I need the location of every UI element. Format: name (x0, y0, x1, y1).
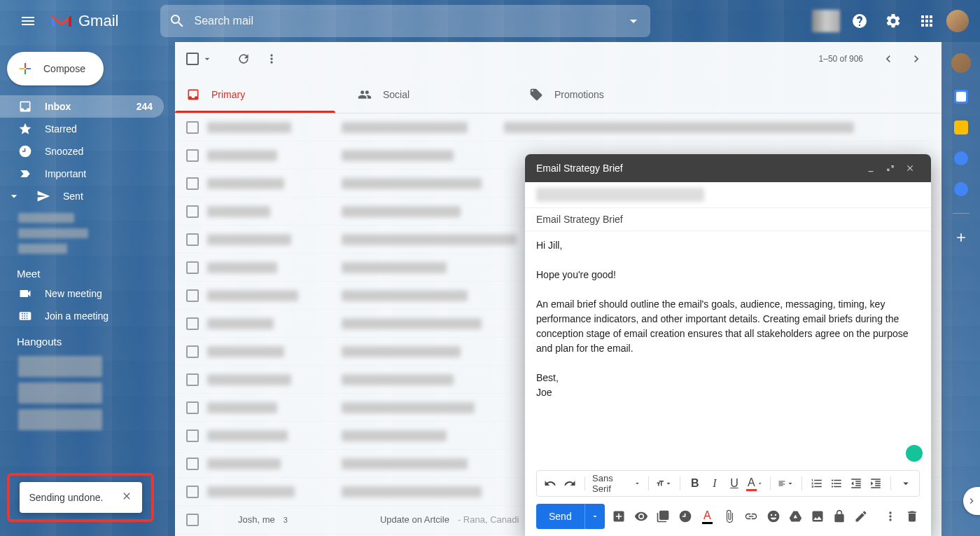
italic-button[interactable]: I (707, 475, 722, 492)
sidebar-item-snoozed[interactable]: Snoozed (0, 140, 164, 163)
sidebar-item-join-meeting[interactable]: Join a meeting (0, 305, 164, 327)
schedule-button[interactable] (678, 507, 692, 526)
tab-primary[interactable]: Primary (175, 76, 346, 113)
fullscreen-button[interactable] (881, 158, 900, 178)
minimize-icon (866, 163, 876, 173)
row-checkbox[interactable] (186, 289, 199, 302)
indent-more-icon (869, 477, 882, 490)
tab-social[interactable]: Social (346, 76, 518, 113)
row-checkbox[interactable] (186, 317, 199, 330)
row-checkbox[interactable] (186, 430, 199, 442)
send-button[interactable]: Send (536, 504, 605, 529)
row-checkbox[interactable] (186, 373, 199, 386)
align-button[interactable] (778, 475, 794, 492)
search-input[interactable] (194, 15, 625, 27)
account-avatar[interactable] (946, 10, 969, 32)
row-checkbox[interactable] (186, 514, 199, 526)
get-addons-button[interactable] (954, 231, 968, 245)
rail-avatar[interactable] (951, 53, 971, 73)
insert-drive-button[interactable] (788, 507, 802, 526)
font-size-button[interactable] (656, 475, 673, 492)
row-checkbox[interactable] (186, 401, 199, 414)
email-row-blurred[interactable] (175, 114, 941, 142)
more-formatting-button[interactable] (898, 475, 913, 492)
addon-button-1[interactable] (612, 507, 626, 526)
row-checkbox[interactable] (186, 121, 199, 134)
bold-button[interactable]: B (687, 475, 703, 492)
compose-titlebar[interactable]: Email Strategy Brief (525, 154, 931, 182)
text-format-button[interactable]: A (700, 507, 715, 526)
row-checkbox[interactable] (186, 205, 199, 218)
text-color-button[interactable]: A (746, 475, 763, 492)
addon-button-3[interactable] (656, 507, 671, 526)
undo-button[interactable] (542, 475, 558, 492)
tab-label: Primary (211, 89, 245, 100)
next-page-button[interactable] (902, 45, 930, 73)
inbox-count: 244 (136, 101, 153, 112)
numbered-list-button[interactable] (809, 475, 825, 492)
bullet-list-button[interactable] (829, 475, 844, 492)
sidebar-item-inbox[interactable]: Inbox 244 (0, 95, 164, 118)
more-options-button[interactable] (883, 507, 897, 526)
more-button[interactable] (258, 45, 286, 73)
addon-button-2[interactable] (634, 507, 648, 526)
compose-button[interactable]: Compose (7, 52, 104, 85)
font-family-select[interactable]: Sans Serif (592, 473, 641, 494)
apps-button[interactable] (913, 7, 941, 35)
row-checkbox[interactable] (186, 458, 199, 470)
sidebar-item-important[interactable]: Important (0, 163, 164, 185)
header-bar: Gmail (0, 0, 980, 42)
contacts-addon-icon[interactable] (954, 182, 968, 196)
search-bar[interactable] (160, 5, 650, 37)
prev-page-button[interactable] (874, 45, 902, 73)
nav-label: New meeting (45, 288, 164, 299)
grammarly-widget-icon[interactable] (906, 445, 923, 462)
chevron-down-icon (634, 479, 641, 488)
sidebar-item-starred[interactable]: Starred (0, 118, 164, 140)
tasks-addon-icon[interactable] (954, 151, 968, 165)
support-button[interactable] (846, 7, 874, 35)
refresh-button[interactable] (230, 45, 258, 73)
compose-label: Compose (43, 63, 85, 74)
attachment-icon (722, 509, 736, 523)
subject-field[interactable]: Email Strategy Brief (525, 208, 931, 231)
indent-less-button[interactable] (848, 475, 864, 492)
row-checkbox[interactable] (186, 261, 199, 274)
tab-promotions[interactable]: Promotions (518, 76, 690, 113)
promotions-tab-icon (529, 88, 543, 102)
discard-draft-button[interactable] (905, 507, 920, 526)
attach-file-button[interactable] (722, 507, 736, 526)
row-checkbox[interactable] (186, 233, 199, 246)
gmail-logo[interactable]: Gmail (50, 12, 118, 30)
redo-button[interactable] (562, 475, 578, 492)
minimize-button[interactable] (861, 158, 881, 178)
insert-signature-button[interactable] (854, 507, 869, 526)
lock-clock-icon (832, 509, 846, 523)
recipients-field[interactable] (525, 182, 931, 208)
settings-button[interactable] (879, 7, 907, 35)
compose-body-editor[interactable]: Hi Jill, Hope you're good! An email brie… (525, 231, 931, 470)
row-checkbox[interactable] (186, 345, 199, 358)
insert-emoji-button[interactable] (766, 507, 780, 526)
insert-link-button[interactable] (743, 507, 758, 526)
underline-button[interactable]: U (727, 475, 742, 492)
account-indicator-blurred (812, 10, 840, 32)
calendar-addon-icon[interactable] (954, 90, 968, 104)
close-icon (905, 163, 915, 173)
select-all-checkbox[interactable] (186, 53, 213, 65)
sidebar-item-sent[interactable]: Sent (0, 185, 164, 207)
search-options-icon[interactable] (625, 13, 642, 29)
indent-more-button[interactable] (868, 475, 883, 492)
row-checkbox[interactable] (186, 177, 199, 190)
chevron-right-icon (966, 495, 977, 507)
main-menu-button[interactable] (11, 4, 45, 38)
insert-photo-button[interactable] (810, 507, 825, 526)
toast-close-button[interactable] (121, 490, 132, 504)
row-checkbox[interactable] (186, 149, 199, 162)
keep-addon-icon[interactable] (954, 121, 968, 135)
sidebar-item-new-meeting[interactable]: New meeting (0, 282, 164, 305)
close-compose-button[interactable] (900, 158, 920, 178)
confidential-mode-button[interactable] (832, 507, 846, 526)
send-options-button[interactable] (584, 504, 605, 529)
row-checkbox[interactable] (186, 486, 199, 498)
